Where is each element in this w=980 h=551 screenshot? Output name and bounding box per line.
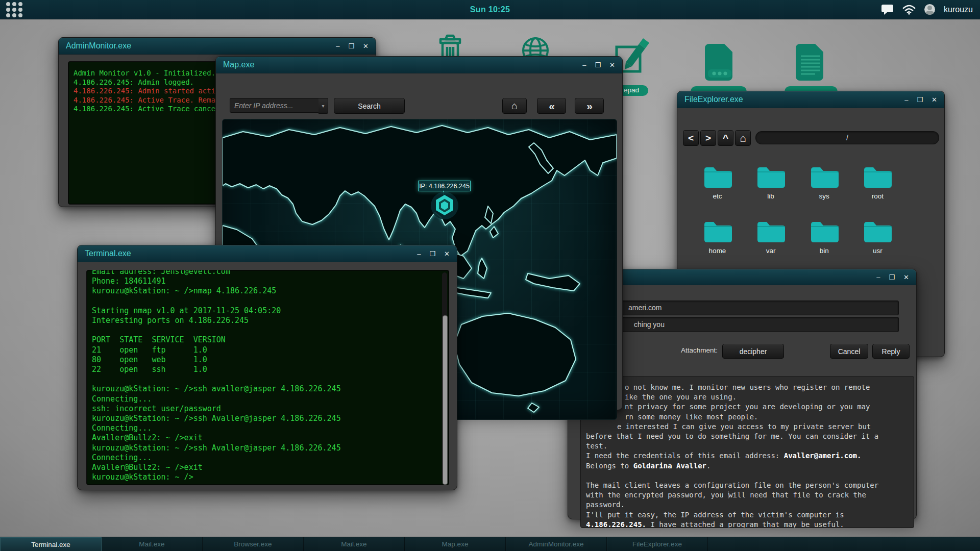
terminal-line: Phone: 184611491: [92, 277, 449, 286]
attachment-label: Attachment:: [655, 346, 718, 354]
taskbar-item-browser-exe[interactable]: Browser.exe: [203, 537, 304, 551]
maximize-icon[interactable]: ❒: [889, 274, 895, 281]
folder-var[interactable]: var: [744, 220, 798, 255]
maximize-icon[interactable]: ❒: [595, 62, 601, 68]
ip-search-input[interactable]: [230, 98, 320, 113]
minimize-icon[interactable]: –: [336, 43, 339, 49]
folder-label: etc: [691, 192, 744, 200]
user-avatar[interactable]: [924, 4, 935, 15]
terminal-console[interactable]: Email address: Jensl@evetc.comPhone: 184…: [86, 270, 449, 485]
close-icon[interactable]: ✕: [444, 251, 450, 257]
topbar: Sun 10:25 kurouzu: [0, 0, 980, 19]
back-button[interactable]: «: [537, 98, 566, 114]
mail-body-line: o not know me. I monitor new users who r…: [625, 383, 870, 392]
terminal-window: Terminal.exe – ❒ ✕ Email address: Jensl@…: [77, 245, 457, 490]
mail-body-line: The mail client leaves a configuration f…: [586, 481, 878, 490]
mail-body-line: rn some money like most people.: [625, 412, 758, 422]
wifi-icon[interactable]: [902, 5, 916, 15]
terminal-line: Starting nmap v1.0 at 2017-11-25 04:05:2…: [92, 306, 449, 316]
folder-root[interactable]: root: [851, 165, 904, 200]
mail-body-line: I'll put it easy, the IP address of the …: [586, 510, 844, 520]
folder-label: usr: [851, 247, 904, 255]
mail-subject-text: ching you: [634, 320, 665, 329]
cancel-button[interactable]: Cancel: [830, 344, 868, 359]
maximize-icon[interactable]: ❒: [348, 43, 354, 49]
terminal-line: Avaller@Bullz2: ~ />exit: [92, 463, 449, 472]
terminal-title: Terminal.exe: [85, 249, 131, 258]
taskbar-item-terminal-exe[interactable]: Terminal.exe: [0, 537, 102, 551]
mail-body-line: before that I need you to do something f…: [586, 432, 878, 441]
terminal-line: Email address: Jensl@evetc.com: [92, 270, 449, 277]
terminal-line: [92, 325, 449, 335]
ip-marker-label: IP: 4.186.226.245: [418, 181, 471, 191]
close-icon[interactable]: ✕: [363, 43, 369, 49]
mail-body-line: I need the credentials of this email add…: [586, 451, 861, 461]
folder-label: bin: [797, 247, 851, 255]
taskbar-item-fileexplorer-exe[interactable]: FileExplorer.exe: [607, 537, 708, 551]
mail-body[interactable]: o not know me. I monitor new users who r…: [580, 376, 914, 528]
username: kurouzu: [944, 5, 973, 14]
terminal-line: 22 open ssh 1.0: [92, 365, 449, 374]
close-icon[interactable]: ✕: [903, 274, 909, 281]
minimize-icon[interactable]: –: [582, 62, 586, 68]
terminal-scrollbar[interactable]: [442, 272, 447, 483]
close-icon[interactable]: ✕: [609, 62, 615, 68]
map-titlebar[interactable]: Map.exe – ❒ ✕: [216, 57, 622, 73]
terminal-line: Connecting...: [92, 423, 449, 433]
mail-to-field[interactable]: ameri.com: [580, 300, 899, 315]
mail-body-line: ike the one you are using.: [625, 392, 737, 402]
maximize-icon[interactable]: ❒: [917, 96, 923, 103]
mail-body-line: Belongs to Goldarina Avaller.: [586, 461, 710, 471]
minimize-icon[interactable]: –: [904, 96, 908, 103]
terminal-line: 80 open web 1.0: [92, 355, 449, 365]
folder-sys[interactable]: sys: [797, 165, 851, 200]
mail-body-line: password.: [586, 500, 625, 510]
terminal-line: 21 open ftp 1.0: [92, 345, 449, 355]
close-icon[interactable]: ✕: [932, 96, 937, 103]
terminal-line: ssh: incorrect user/password: [92, 404, 449, 414]
folder-label: var: [744, 247, 798, 255]
terminal-line: Connecting...: [92, 453, 449, 463]
chat-icon[interactable]: [881, 4, 894, 15]
taskbar-item-map-exe[interactable]: Map.exe: [405, 537, 506, 551]
file-explorer-titlebar[interactable]: FileExplorer.exe – ❒ ✕: [677, 91, 944, 108]
terminal-line: kurouzu@kStation: ~ />ssh avaller@jasper…: [92, 384, 449, 394]
folder-label: sys: [797, 192, 851, 200]
taskbar-item-mail-exe[interactable]: Mail.exe: [102, 537, 203, 551]
drive-file-icon-2[interactable]: [795, 43, 826, 84]
folder-etc[interactable]: etc: [691, 165, 744, 200]
terminal-line: Connecting...: [92, 394, 449, 404]
maximize-icon[interactable]: ❒: [429, 251, 435, 257]
drive-file-icon-1[interactable]: [704, 43, 736, 84]
notepad-label-text: epad: [624, 86, 639, 94]
desktop: epad AdminMonitor.exe – ❒ ✕: [0, 0, 980, 551]
folder-usr[interactable]: usr: [851, 220, 904, 255]
terminal-titlebar[interactable]: Terminal.exe – ❒ ✕: [78, 245, 457, 262]
folder-lib[interactable]: lib: [744, 165, 798, 200]
reply-button[interactable]: Reply: [872, 344, 910, 359]
mail-subject-field[interactable]: ching you: [580, 317, 899, 332]
mail-to-text: ameri.com: [628, 304, 662, 312]
forward-button[interactable]: »: [575, 98, 604, 114]
mail-body-line: 4.186.226.245. I have attached a program…: [586, 520, 844, 528]
minimize-icon[interactable]: –: [417, 251, 421, 257]
admin-monitor-titlebar[interactable]: AdminMonitor.exe – ❒ ✕: [59, 38, 376, 55]
dropdown-icon[interactable]: ▾: [318, 98, 328, 114]
terminal-line: kurouzu@kStation: ~ />ssh Avaller@jasper…: [92, 443, 449, 453]
terminal-line: [92, 374, 449, 384]
mail-body-line: e interested I can give you access to my…: [617, 422, 871, 432]
terminal-line: kurouzu@kStation: ~ />nmap 4.186.226.245: [92, 286, 449, 296]
search-button[interactable]: Search: [334, 98, 405, 114]
taskbar-item-adminmonitor-exe[interactable]: AdminMonitor.exe: [506, 537, 607, 551]
mail-body-line: test.: [586, 441, 607, 451]
folder-home[interactable]: home: [691, 220, 744, 255]
terminal-scrollbar-thumb[interactable]: [443, 315, 448, 485]
minimize-icon[interactable]: –: [876, 274, 880, 281]
terminal-line: kurouzu@kStation: ~ />: [92, 472, 449, 482]
home-button[interactable]: ⌂: [502, 98, 527, 114]
taskbar-item-mail-exe[interactable]: Mail.exe: [304, 537, 405, 551]
folder-bin[interactable]: bin: [797, 220, 851, 255]
attachment-button[interactable]: decipher: [722, 344, 784, 359]
file-explorer-title: FileExplorer.exe: [684, 95, 743, 104]
mail-body-line: with the encrypted password, you will ne…: [586, 490, 866, 500]
